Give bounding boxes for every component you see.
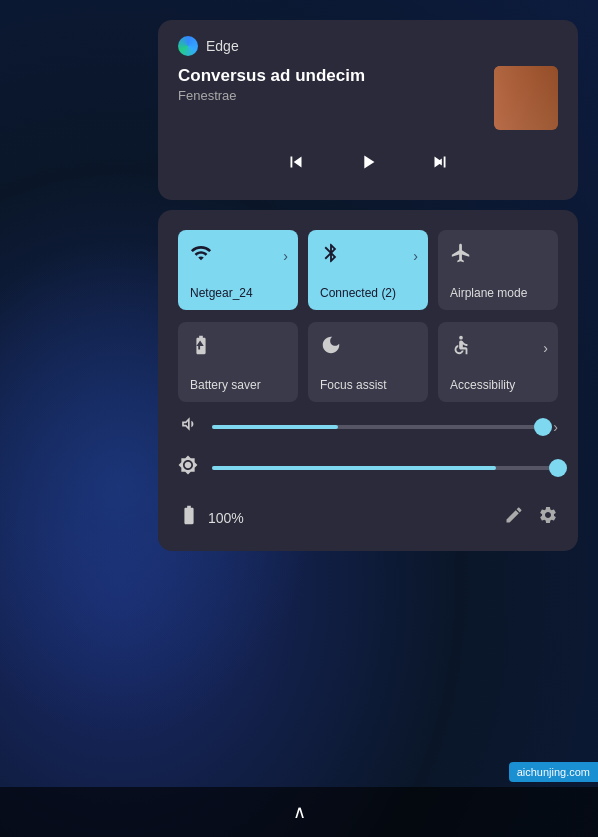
focus-assist-label: Focus assist bbox=[320, 378, 387, 392]
battery-percentage: 100% bbox=[208, 510, 244, 526]
quick-settings-card: › Netgear_24 › Connected (2) bbox=[158, 210, 578, 551]
focus-assist-icon bbox=[320, 334, 342, 361]
prev-button[interactable] bbox=[278, 144, 314, 180]
volume-slider-row: › bbox=[178, 414, 558, 439]
watermark-text: aichunjing.com bbox=[517, 766, 590, 778]
tile-wifi-icon-row: › bbox=[190, 242, 288, 269]
accessibility-chevron-icon[interactable]: › bbox=[543, 340, 548, 356]
sliders-section: › bbox=[178, 414, 558, 480]
media-text: Conversus ad undecim Fenestrae bbox=[178, 66, 365, 103]
wifi-label: Netgear_24 bbox=[190, 286, 253, 300]
watermark: aichunjing.com bbox=[509, 762, 598, 782]
brightness-slider-row bbox=[178, 455, 558, 480]
tiles-row-2: Battery saver Focus assist bbox=[178, 322, 558, 402]
bottom-bar: 100% bbox=[178, 496, 558, 531]
tile-focus-assist-icon-row bbox=[320, 334, 418, 361]
album-art bbox=[494, 66, 558, 130]
tile-accessibility-icon-row: › bbox=[450, 334, 548, 361]
volume-expand-icon[interactable]: › bbox=[553, 419, 558, 435]
tile-bluetooth-icon-row: › bbox=[320, 242, 418, 269]
track-title: Conversus ad undecim bbox=[178, 66, 365, 86]
brightness-slider-thumb[interactable] bbox=[549, 459, 567, 477]
battery-saver-icon bbox=[190, 334, 212, 361]
bluetooth-chevron-icon[interactable]: › bbox=[413, 248, 418, 264]
bluetooth-icon bbox=[320, 242, 342, 269]
bluetooth-label: Connected (2) bbox=[320, 286, 396, 300]
airplane-icon bbox=[450, 242, 472, 269]
play-button[interactable] bbox=[350, 144, 386, 180]
tile-focus-assist[interactable]: Focus assist bbox=[308, 322, 428, 402]
battery-status-icon bbox=[178, 504, 200, 531]
track-subtitle: Fenestrae bbox=[178, 88, 365, 103]
taskbar-chevron-icon[interactable]: ∧ bbox=[293, 801, 306, 823]
tile-battery-saver-icon-row bbox=[190, 334, 288, 361]
tile-accessibility[interactable]: › Accessibility bbox=[438, 322, 558, 402]
settings-button[interactable] bbox=[538, 505, 558, 530]
edge-icon bbox=[178, 36, 198, 56]
media-controls bbox=[178, 144, 558, 180]
battery-saver-label: Battery saver bbox=[190, 378, 261, 392]
tile-airplane[interactable]: Airplane mode bbox=[438, 230, 558, 310]
media-app-name: Edge bbox=[206, 38, 239, 54]
wifi-icon bbox=[190, 242, 212, 269]
accessibility-label: Accessibility bbox=[450, 378, 515, 392]
tile-bluetooth[interactable]: › Connected (2) bbox=[308, 230, 428, 310]
media-info: Conversus ad undecim Fenestrae bbox=[178, 66, 558, 130]
edit-button[interactable] bbox=[504, 505, 524, 530]
svg-point-0 bbox=[459, 336, 463, 340]
wifi-chevron-icon[interactable]: › bbox=[283, 248, 288, 264]
battery-info: 100% bbox=[178, 504, 244, 531]
brightness-icon bbox=[178, 455, 202, 480]
accessibility-icon bbox=[450, 334, 472, 361]
tile-airplane-icon-row bbox=[450, 242, 548, 269]
brightness-slider-fill bbox=[212, 466, 496, 470]
volume-slider-fill bbox=[212, 425, 338, 429]
volume-slider-thumb[interactable] bbox=[534, 418, 552, 436]
bottom-actions bbox=[504, 505, 558, 530]
brightness-slider-track[interactable] bbox=[212, 466, 558, 470]
tiles-row-1: › Netgear_24 › Connected (2) bbox=[178, 230, 558, 310]
tile-wifi[interactable]: › Netgear_24 bbox=[178, 230, 298, 310]
media-player-card: Edge Conversus ad undecim Fenestrae bbox=[158, 20, 578, 200]
airplane-label: Airplane mode bbox=[450, 286, 527, 300]
volume-slider-track[interactable] bbox=[212, 425, 543, 429]
volume-icon bbox=[178, 414, 202, 439]
taskbar: ∧ bbox=[0, 787, 598, 837]
next-button[interactable] bbox=[422, 144, 458, 180]
media-header: Edge bbox=[178, 36, 558, 56]
tile-battery-saver[interactable]: Battery saver bbox=[178, 322, 298, 402]
